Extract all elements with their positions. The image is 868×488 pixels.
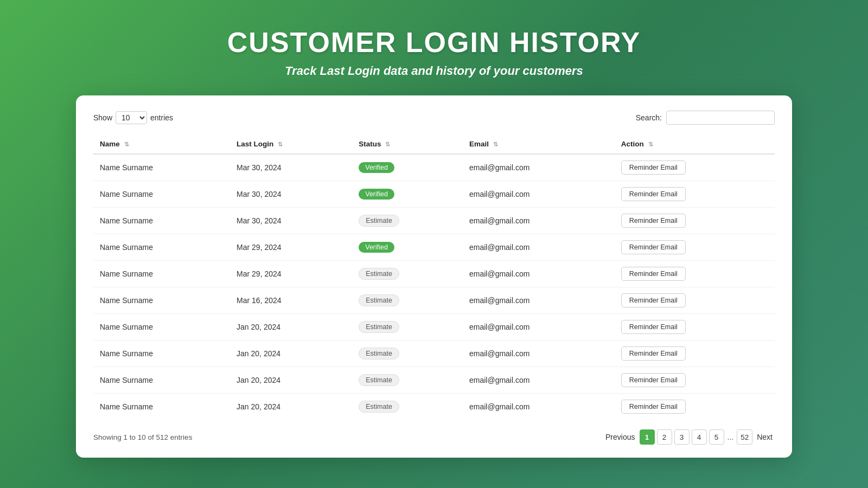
entries-label: entries [150, 113, 173, 122]
reminder-email-button[interactable]: Reminder Email [621, 293, 686, 307]
cell-last-login: Jan 20, 2024 [230, 341, 352, 367]
main-card: Show 5 10 25 50 100 entries Search: Name… [76, 95, 792, 458]
table-row: Name SurnameJan 20, 2024Estimateemail@gm… [93, 314, 775, 341]
cell-action: Reminder Email [615, 234, 775, 261]
sort-action-icon[interactable]: ⇅ [648, 141, 653, 148]
status-badge: Verified [359, 162, 394, 173]
reminder-email-button[interactable]: Reminder Email [621, 187, 686, 201]
cell-action: Reminder Email [615, 394, 775, 420]
page-4-button[interactable]: 4 [692, 429, 707, 445]
cell-status: Verified [352, 181, 463, 208]
entries-select[interactable]: 5 10 25 50 100 [116, 111, 147, 124]
search-input[interactable] [666, 111, 775, 125]
show-label: Show [93, 113, 112, 122]
page-5-button[interactable]: 5 [709, 429, 724, 445]
sort-last-login-icon[interactable]: ⇅ [278, 141, 283, 148]
cell-name: Name Surname [93, 314, 230, 341]
cell-name: Name Surname [93, 287, 230, 314]
reminder-email-button[interactable]: Reminder Email [621, 320, 686, 334]
cell-status: Estimate [352, 261, 463, 287]
reminder-email-button[interactable]: Reminder Email [621, 214, 686, 228]
col-action-label: Action [621, 140, 644, 148]
sort-email-icon[interactable]: ⇅ [493, 141, 498, 148]
cell-last-login: Jan 20, 2024 [230, 394, 352, 420]
cell-email: email@gmail.com [463, 367, 615, 394]
page-last-button[interactable]: 52 [737, 429, 752, 445]
reminder-email-button[interactable]: Reminder Email [621, 160, 686, 175]
table-header-row: Name ⇅ Last Login ⇅ Status ⇅ Email ⇅ Act… [93, 134, 775, 154]
cell-status: Estimate [352, 208, 463, 234]
cell-last-login: Mar 16, 2024 [230, 287, 352, 314]
cell-status: Estimate [352, 394, 463, 420]
sort-name-icon[interactable]: ⇅ [124, 141, 129, 148]
table-controls: Show 5 10 25 50 100 entries Search: [93, 111, 775, 125]
col-last-login: Last Login ⇅ [230, 134, 352, 154]
next-button[interactable]: Next [755, 433, 775, 441]
cell-action: Reminder Email [615, 181, 775, 208]
previous-button[interactable]: Previous [603, 433, 637, 441]
cell-name: Name Surname [93, 367, 230, 394]
cell-last-login: Mar 30, 2024 [230, 208, 352, 234]
cell-email: email@gmail.com [463, 208, 615, 234]
cell-email: email@gmail.com [463, 394, 615, 420]
cell-action: Reminder Email [615, 341, 775, 367]
table-row: Name SurnameMar 30, 2024Verifiedemail@gm… [93, 181, 775, 208]
col-name-label: Name [100, 140, 120, 148]
cell-action: Reminder Email [615, 208, 775, 234]
col-email-label: Email [469, 140, 489, 148]
table-row: Name SurnameJan 20, 2024Estimateemail@gm… [93, 394, 775, 420]
page-2-button[interactable]: 2 [657, 429, 672, 445]
pagination-dots: ... [726, 433, 735, 441]
cell-last-login: Jan 20, 2024 [230, 314, 352, 341]
status-badge: Verified [359, 189, 394, 200]
showing-text: Showing 1 to 10 of 512 entries [93, 433, 192, 441]
cell-email: email@gmail.com [463, 154, 615, 181]
reminder-email-button[interactable]: Reminder Email [621, 240, 686, 254]
cell-status: Estimate [352, 314, 463, 341]
cell-status: Verified [352, 154, 463, 181]
sort-status-icon[interactable]: ⇅ [385, 141, 390, 148]
col-last-login-label: Last Login [237, 140, 273, 148]
table-footer: Showing 1 to 10 of 512 entries Previous … [93, 429, 775, 445]
cell-email: email@gmail.com [463, 234, 615, 261]
reminder-email-button[interactable]: Reminder Email [621, 267, 686, 281]
cell-name: Name Surname [93, 181, 230, 208]
cell-last-login: Jan 20, 2024 [230, 367, 352, 394]
col-status-label: Status [359, 140, 381, 148]
col-action: Action ⇅ [615, 134, 775, 154]
cell-email: email@gmail.com [463, 341, 615, 367]
pagination: Previous 1 2 3 4 5 ... 52 Next [603, 429, 775, 445]
table-row: Name SurnameMar 16, 2024Estimateemail@gm… [93, 287, 775, 314]
reminder-email-button[interactable]: Reminder Email [621, 373, 686, 387]
cell-name: Name Surname [93, 341, 230, 367]
page-header: CUSTOMER LOGIN HISTORY Track Last Login … [227, 0, 641, 95]
status-badge: Estimate [359, 348, 399, 359]
table-row: Name SurnameMar 30, 2024Verifiedemail@gm… [93, 154, 775, 181]
status-badge: Estimate [359, 268, 399, 280]
page-title: CUSTOMER LOGIN HISTORY [227, 26, 641, 59]
cell-status: Estimate [352, 287, 463, 314]
cell-action: Reminder Email [615, 367, 775, 394]
table-row: Name SurnameMar 29, 2024Estimateemail@gm… [93, 261, 775, 287]
col-status: Status ⇅ [352, 134, 463, 154]
search-label: Search: [636, 113, 662, 122]
status-badge: Estimate [359, 374, 399, 386]
cell-action: Reminder Email [615, 154, 775, 181]
table-row: Name SurnameJan 20, 2024Estimateemail@gm… [93, 341, 775, 367]
reminder-email-button[interactable]: Reminder Email [621, 400, 686, 414]
col-email: Email ⇅ [463, 134, 615, 154]
table-body: Name SurnameMar 30, 2024Verifiedemail@gm… [93, 154, 775, 420]
page-1-button[interactable]: 1 [640, 429, 655, 445]
status-badge: Estimate [359, 294, 399, 306]
cell-name: Name Surname [93, 234, 230, 261]
cell-email: email@gmail.com [463, 287, 615, 314]
page-subtitle: Track Last Login data and history of you… [227, 64, 641, 78]
reminder-email-button[interactable]: Reminder Email [621, 346, 686, 361]
status-badge: Estimate [359, 321, 399, 333]
cell-email: email@gmail.com [463, 261, 615, 287]
search-box: Search: [636, 111, 775, 125]
table-head: Name ⇅ Last Login ⇅ Status ⇅ Email ⇅ Act… [93, 134, 775, 154]
cell-action: Reminder Email [615, 287, 775, 314]
cell-email: email@gmail.com [463, 181, 615, 208]
page-3-button[interactable]: 3 [674, 429, 690, 445]
